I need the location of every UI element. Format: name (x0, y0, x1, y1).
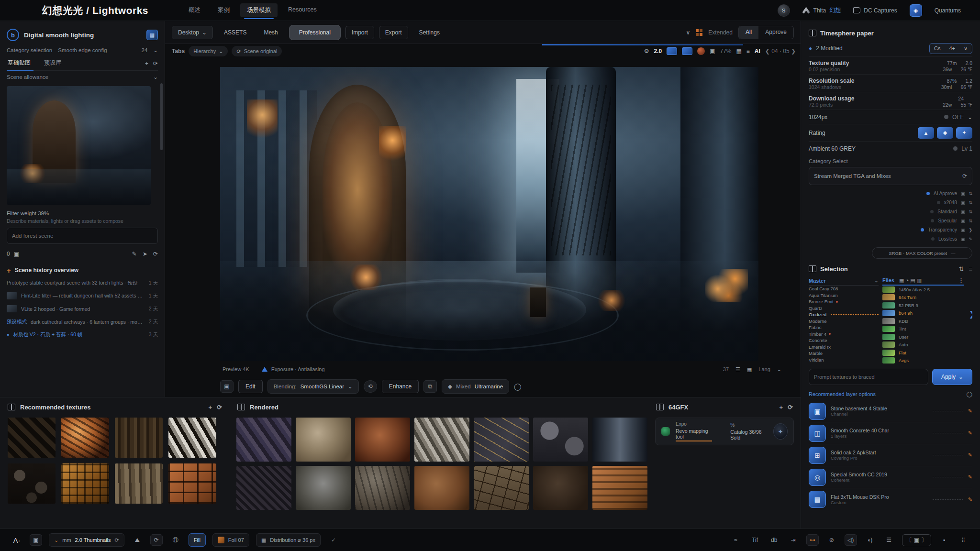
history-item[interactable]: VLite 2 hooped · Game formed2 天 (7, 302, 158, 315)
texture-tile-knit-bw[interactable] (168, 418, 216, 458)
mesh-button[interactable]: Mesh (257, 26, 284, 39)
file-row[interactable]: 1450x Atlas 2.5 (882, 286, 964, 294)
gyro-icon[interactable]: ⚙ (644, 48, 649, 55)
edit-pen-icon[interactable]: ✎ (968, 452, 972, 458)
badge-counter[interactable]: ⑪ (169, 534, 182, 546)
scene-allowance-label[interactable]: Scene allowance (7, 74, 48, 80)
mute-icon[interactable]: ⊘ (825, 534, 838, 546)
master-header[interactable]: Master ⌄ (809, 276, 879, 286)
thumbnails-pill[interactable]: ⌄ mm 2.0 Thumbnails ⟳ (49, 533, 124, 547)
segment-approve[interactable]: Approve (758, 26, 793, 39)
layers-tool-button[interactable]: ⧉ (423, 380, 437, 393)
brand-thita[interactable]: Thita 幻想 (802, 6, 841, 14)
texture-tile-stone-rough[interactable] (355, 466, 410, 510)
layer-entry[interactable]: ▣ Stone basement 4 StableChannel ✎ (809, 400, 972, 422)
kebab-icon[interactable]: ⋮ (958, 277, 964, 284)
master-item[interactable]: Moderne (809, 318, 879, 325)
zoom-value[interactable]: 2.0 (654, 48, 662, 55)
suite-app-icon[interactable]: ◈ (910, 4, 922, 17)
files-header[interactable]: Files ▦ ◔ ▤ ▥ ⋮ (882, 276, 964, 286)
menu-item-scene-sim[interactable]: 场景模拟 (240, 3, 278, 17)
lambda-tool-icon[interactable]: Λ· (11, 534, 23, 546)
edit-button[interactable]: Edit (238, 380, 263, 393)
flag-right-icon[interactable]: ❯ (969, 228, 972, 232)
shield-badge-icon[interactable]: ✦ (773, 423, 788, 440)
master-item[interactable]: Emerald rx (809, 344, 879, 351)
columns-icon[interactable]: ☰ (883, 534, 895, 546)
texture-tile-mud-crack[interactable] (474, 466, 529, 510)
user-avatar[interactable]: S (778, 4, 790, 17)
image-preview-icon[interactable]: ▦ (146, 30, 158, 40)
flag-updown-icon[interactable]: ⇅ (969, 191, 972, 196)
bars-icon[interactable]: ☰ (735, 366, 740, 373)
texture-tile-pebbles[interactable] (8, 463, 56, 504)
category-select-dropdown[interactable]: Stream Merged TGA and Mixes ⟳ (809, 167, 972, 185)
master-item[interactable]: Viridian (809, 357, 879, 364)
package-tool-icon[interactable]: ▣ (30, 534, 42, 546)
ai-toggle[interactable]: AI (755, 48, 760, 55)
texture-tile-copper-brick[interactable] (168, 463, 216, 504)
master-item[interactable]: Coal Gray 708 (809, 286, 879, 292)
drag-dots-icon[interactable]: ⁞⁞ (957, 534, 969, 546)
texture-tile-cracked-wood[interactable] (115, 463, 163, 504)
texture-tile-purple-knit[interactable] (236, 418, 291, 462)
flag-row[interactable]: Transparency▣❯ (809, 225, 972, 234)
texture-tile-beige-rock[interactable] (296, 418, 351, 462)
export-button[interactable]: Export (379, 26, 408, 39)
mod-button-cs[interactable]: Cs (930, 44, 945, 53)
recommended-link[interactable]: Recommended layer options (809, 391, 876, 397)
selection-next-chevron[interactable]: ❯ (969, 309, 972, 319)
foil-tool-button[interactable]: Foil 07 (212, 533, 249, 547)
add-icon[interactable]: + (780, 404, 783, 411)
texture-search-input[interactable] (809, 369, 928, 385)
file-row[interactable]: 52 PBR 9 (882, 301, 964, 309)
flag-row[interactable]: Lossless▣✎ (809, 234, 972, 243)
flag-copy-icon[interactable]: ▣ (961, 228, 965, 232)
rating-button-mountain[interactable]: ▲ (918, 127, 934, 139)
file-row[interactable]: Tint (882, 325, 964, 333)
menu-item-cases[interactable]: 案例 (211, 3, 236, 17)
apply-button[interactable]: Apply ⌄ (932, 369, 972, 385)
history-item[interactable]: ● 材质包 V2 · 石质 + 苔藓 · 60 帧3 天 (7, 328, 158, 341)
blending-control[interactable]: Blending: SmoothGS Linear ⌄ (267, 379, 359, 394)
menu-item-overview[interactable]: 概述 (182, 3, 207, 17)
flag-copy-icon[interactable]: ▣ (961, 200, 965, 205)
professional-button[interactable]: Professional (289, 25, 341, 40)
tif-format-button[interactable]: Tif (749, 534, 761, 546)
layer-entry[interactable]: ⊞ Solid oak 2 ApkStartCovering Pro ✎ (809, 444, 972, 466)
frame-nav[interactable]: ❮ 04 · 05 ❯ (765, 48, 796, 55)
scale-percent[interactable]: 77% (720, 48, 731, 55)
distribution-pill[interactable]: ▦ Distribution ⌀ 36 px (256, 533, 321, 547)
flag-pen-icon[interactable]: ✎ (969, 237, 972, 242)
flag-copy-icon[interactable]: ▣ (961, 237, 965, 242)
file-row[interactable]: Flat (882, 349, 964, 357)
record-levels-icon[interactable]: ⊶ (806, 534, 819, 546)
refresh-icon[interactable]: ⟳ (153, 60, 158, 67)
texture-tile-stone-pillar[interactable] (592, 418, 647, 462)
menu-icon[interactable]: ≡ (746, 48, 750, 55)
refresh-icon[interactable]: ⟳ (788, 404, 793, 411)
render-viewport[interactable] (220, 67, 758, 361)
master-item[interactable]: Fabric (809, 324, 879, 331)
texture-tile-fabric-dark[interactable] (236, 466, 291, 510)
revo-mapping-tab[interactable]: Expo Revo mapping tool (676, 421, 712, 441)
frame-capture-widget[interactable]: 〔 ▣ 〕 (902, 534, 931, 546)
speaker-icon[interactable]: ◁) (845, 534, 857, 546)
layer-entry[interactable]: ◎ Special Smooth CC 2019Coherent ✎ (809, 466, 972, 488)
mod-chevron[interactable]: ∨ (959, 44, 972, 54)
record-orb-icon[interactable] (697, 47, 705, 55)
sliders-icon[interactable]: ≈ (730, 534, 742, 546)
chevron-down-icon[interactable]: ⌄ (153, 47, 158, 54)
flag-row[interactable]: AI Approve▣⇅ (809, 189, 972, 198)
file-row[interactable]: KDB (882, 317, 964, 325)
texture-tile-leather-dark[interactable] (533, 466, 588, 510)
circle-icon[interactable]: ◯ (967, 391, 972, 397)
sort-icon[interactable]: ⇅ (959, 265, 964, 273)
add-icon[interactable]: + (209, 404, 212, 411)
edit-pen-icon[interactable]: ✎ (968, 408, 972, 414)
file-row[interactable]: Avgs (882, 357, 964, 365)
undo-button[interactable]: ⟲ (364, 380, 377, 393)
history-item[interactable]: Prototype stable courtyard scene with 32… (7, 276, 158, 289)
edit-pen-icon[interactable]: ✎ (968, 474, 972, 480)
chevron-down-icon[interactable]: ⌄ (153, 74, 158, 80)
